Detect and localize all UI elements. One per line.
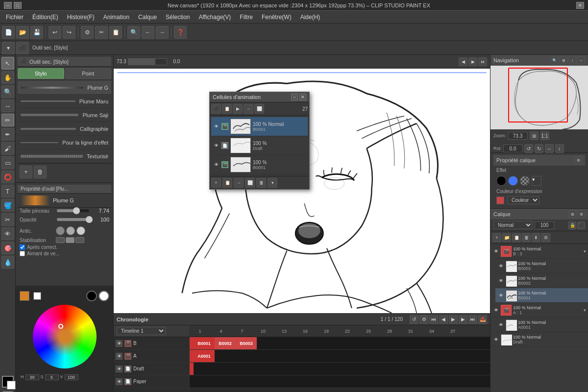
menu-calque[interactable]: Calque [134,12,161,22]
copy-button[interactable]: 📋 [109,26,122,39]
bg-color-swatch[interactable] [33,292,41,300]
tool-zoom[interactable]: 🔍 [1,85,14,98]
cell-item-3[interactable]: 👁 🎬 100 % B0001 [211,155,308,174]
effect-circle-checker[interactable] [520,176,530,186]
layer-tb-2[interactable]: ⚙ [577,210,585,218]
cell-item-1[interactable]: 👁 🎬 100 % Normal B0001 [211,117,308,136]
tool-text[interactable]: T [1,185,14,197]
brush-calligraphie[interactable]: Calligraphie [18,122,111,136]
arrow-left-button[interactable]: ← [142,26,154,39]
effect-circle-blue[interactable] [508,176,518,186]
anti-circle-2[interactable] [66,226,75,235]
dialog-bottom-4[interactable]: ⬜ [245,178,255,188]
v-input[interactable] [65,374,78,380]
h-input[interactable] [25,374,39,380]
lock-trans-btn[interactable]: ⬛ [577,221,585,229]
redo-button[interactable]: ↪ [63,26,75,39]
dialog-bottom-2[interactable]: 📋 [222,178,232,188]
anim-tb-play[interactable]: ▶ [449,315,458,324]
maximize-button[interactable]: □ [14,2,22,9]
nav-tb-3[interactable]: ↕ [568,56,576,64]
brush-plume-saji[interactable]: Plume Saji [18,108,111,122]
layer-b0003[interactable]: 👁 100 % Normal B0003 [495,259,588,273]
layer-settings-btn[interactable]: ⚙ [541,233,550,242]
color-wheel[interactable] [33,305,97,368]
tool-select[interactable]: ✂ [1,213,14,226]
anim-tb-loop[interactable]: ↺ [410,315,418,324]
nav-zoom-input[interactable] [508,132,528,140]
close-button[interactable]: ✕ [576,2,584,9]
tool-pen2[interactable]: ✒ [1,128,14,141]
canvas-tb-prev[interactable]: ◀ [459,57,467,66]
dialog-bottom-6[interactable]: ▾ [268,178,277,188]
tool-rect[interactable]: ▭ [1,156,14,169]
layer-eye-b0001[interactable]: 👁 [497,292,504,299]
effect-circle-black[interactable] [496,176,506,186]
layer-a0001[interactable]: 👁 100 % Normal A0001 [495,318,588,332]
cell-eye-2[interactable]: 👁 [213,143,220,148]
dialog-bottom-3[interactable]: → [234,178,244,188]
tool-eye[interactable]: 👁 [1,227,14,240]
menu-affichage[interactable]: Affichage(V) [195,12,235,22]
nav-reset-button[interactable]: 1:1 [540,131,549,140]
layer-eye-b3[interactable]: 👁 [492,248,499,255]
nav-mini-canvas[interactable] [490,66,588,129]
cell-eye-1[interactable]: 👁 [213,124,220,129]
dialog-tb-5[interactable]: ⬜ [254,104,264,114]
tl-a-empty[interactable] [215,350,490,362]
sec-btn-2[interactable]: ⬛ [16,42,29,54]
dialog-tb-2[interactable]: 📋 [222,104,232,114]
delete-brush-button[interactable]: 🗑 [34,166,47,178]
canvas-tb-next[interactable]: ▶ [468,57,477,66]
color-foreground[interactable] [2,376,14,388]
brush-plume-maru[interactable]: Plume Maru [18,95,111,108]
transform-button[interactable]: ⚙ [81,26,94,39]
layer-a1[interactable]: 👁 🎬 100 % Normal A : 1 ▾ [490,303,588,318]
timeline-select[interactable]: Timeline 1 [117,327,166,335]
nav-flip-v[interactable]: ↕ [555,144,564,153]
layer-eye-b0003[interactable]: 👁 [497,263,504,270]
tab-stylo[interactable]: Stylo [18,68,64,79]
black-swatch[interactable] [86,291,97,301]
layer-arrow-b3[interactable]: ▾ [584,249,586,254]
menu-fenetre[interactable]: Fenêtre(W) [258,12,295,22]
menu-selection[interactable]: Sélection [162,12,194,22]
arrow-right-button[interactable]: → [156,26,169,39]
nav-rotate-right[interactable]: ↻ [535,144,543,153]
dialog-minimize[interactable]: – [291,94,298,100]
anti-circle-3[interactable] [76,226,85,235]
help-button[interactable]: ❓ [174,26,187,39]
save-button[interactable]: 💾 [30,26,43,39]
cell-eye-3[interactable]: 👁 [213,162,220,167]
nav-rotate-left[interactable]: ↺ [524,144,533,153]
layer-b0001[interactable]: 👁 100 % Normal B0001 [495,288,588,303]
pc-tb-1[interactable]: ⚙ [574,156,582,164]
cell-item-2[interactable]: 👁 📄 100 % Draft [211,136,308,155]
anim-tb-first[interactable]: ⏮ [429,315,438,324]
tl-b-b0002[interactable]: B0002 [215,337,236,349]
nav-rotation-input[interactable] [503,145,523,152]
track-eye-b[interactable]: 👁 [116,340,122,347]
white-swatch[interactable] [98,291,109,301]
effect-more-btn[interactable]: ▾ [532,176,541,186]
anim-tb-settings[interactable]: ⚙ [419,315,428,324]
open-button[interactable]: 📂 [16,26,29,39]
anim-tb-next[interactable]: ▶ [459,315,467,324]
dialog-close[interactable]: ✕ [299,94,306,100]
tl-b-b0003[interactable]: B0003 [236,337,257,349]
layer-tb-1[interactable]: ⊞ [568,210,576,218]
brush-texturise[interactable]: Texturisé [18,149,111,163]
nav-tb-1[interactable]: 🔍 [551,56,559,64]
new-folder-btn[interactable]: 📁 [502,233,511,242]
anim-tb-last[interactable]: ⏭ [468,315,477,324]
dialog-tb-3[interactable]: ▶ [233,104,243,114]
tool-move[interactable]: ↔ [1,99,14,112]
tool-blur[interactable]: 💧 [1,256,14,269]
tool-hand[interactable]: ✋ [1,71,14,84]
s-input[interactable] [45,374,59,380]
layer-eye-a1[interactable]: 👁 [492,307,499,314]
track-eye-a[interactable]: 👁 [116,353,122,360]
expression-color-box[interactable] [496,196,504,204]
track-eye-paper[interactable]: 👁 [116,378,122,385]
track-eye-draft[interactable]: 👁 [116,366,122,372]
